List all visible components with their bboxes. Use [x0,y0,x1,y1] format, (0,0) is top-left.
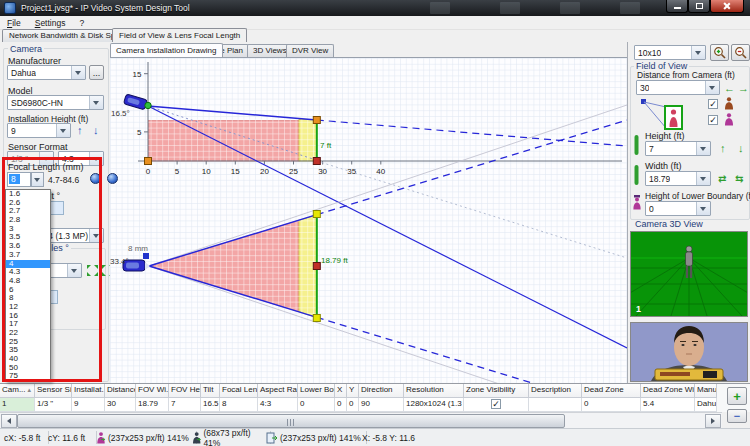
tab-field-of-view[interactable]: Field of View & Lens Focal Length [112,28,247,42]
tab-dvr-view[interactable]: DVR View [286,44,334,57]
table-header-cell[interactable]: Cam...▴ [0,384,35,398]
table-header-cell[interactable]: Distance [105,384,136,398]
table-cell[interactable]: Dahua [695,398,717,412]
width-narrow-icon[interactable]: ⇄ [718,173,726,184]
table-cell[interactable]: 7 [169,398,201,412]
table-header-cell[interactable]: Lower Bou... [298,384,335,398]
maximize-button[interactable] [688,0,710,13]
side-target-bottom-handle[interactable] [313,158,320,165]
zoom-in-button[interactable] [710,44,729,61]
raise-camera-icon[interactable]: ↑ [77,125,83,136]
lower-boundary-select[interactable]: 0 [645,201,711,216]
focal-option[interactable]: 75 [6,372,50,381]
close-button[interactable] [710,0,744,13]
side-target-top-handle[interactable] [313,117,320,124]
table-cell[interactable]: 9 [72,398,105,412]
manufacturer-more-button[interactable]: ... [89,65,104,80]
remove-camera-button[interactable]: − [727,409,747,423]
height-decrease-icon[interactable]: ↓ [738,143,744,154]
table-cell[interactable]: ✓ [464,398,529,412]
side-origin-handle[interactable] [145,158,152,165]
dropdown-arrow-icon[interactable] [67,264,81,277]
table-header-cell[interactable]: Sensor Si... [35,384,72,398]
scroll-right-button[interactable] [705,414,721,428]
scroll-left-button[interactable] [1,414,17,428]
table-cell[interactable]: 0 [582,398,641,412]
table-cell[interactable]: 5.4 [641,398,695,412]
dropdown-arrow-icon[interactable] [89,96,103,109]
dropdown-arrow-icon[interactable] [56,124,70,137]
show-person2-checkbox[interactable]: ✓ [708,115,718,125]
scale-select[interactable]: 10x10 [634,45,706,60]
table-header-cell[interactable]: Resolution [404,384,464,398]
table-header-cell[interactable]: FOV Heig... [169,384,201,398]
focal-length-input[interactable]: 8 [7,172,31,187]
plan-target-top-handle[interactable] [313,211,320,218]
distance-select[interactable]: 30 [636,80,720,95]
table-header-cell[interactable]: X [335,384,347,398]
width-widen-icon[interactable]: ⇆ [735,173,743,184]
table-cell[interactable]: 90 [359,398,404,412]
manufacturer-select[interactable]: Dahua [7,65,86,80]
focal-dropdown-button[interactable] [31,172,44,187]
camera-3d-viewport[interactable]: 1 [630,231,748,317]
table-data-row[interactable]: 11/3 "93018.79716.584:3000901280x1024 (1… [0,398,750,412]
table-header-cell[interactable]: FOV Wi... [136,384,169,398]
show-person1-checkbox[interactable]: ✓ [708,99,718,109]
plan-camera-handle[interactable] [143,253,149,259]
table-cell[interactable]: 18.79 [136,398,169,412]
table-header-cell[interactable]: Description [529,384,582,398]
table-header-cell[interactable]: Y [347,384,359,398]
menu-help[interactable]: ? [72,18,91,28]
table-header-cell[interactable]: Dead Zone [582,384,641,398]
dropdown-arrow-icon[interactable] [71,66,85,79]
table-cell[interactable]: 16.5 [201,398,220,412]
dropdown-arrow-icon[interactable] [89,229,103,242]
plan-target-bottom-handle[interactable] [313,315,320,322]
side-camera-handle[interactable] [145,102,151,108]
dropdown-arrow-icon[interactable] [89,152,103,165]
zoom-out-button[interactable] [731,44,750,61]
height-increase-icon[interactable]: ↑ [720,143,726,154]
horizontal-scrollbar[interactable] [0,412,722,428]
title-bar[interactable]: Project1.jvsg* - IP Video System Design … [0,0,750,16]
table-cell[interactable]: 30 [105,398,136,412]
table-header-cell[interactable]: Aspect Ra... [258,384,298,398]
table-header-cell[interactable]: Manuf... [695,384,717,398]
tab-camera-installation-drawing[interactable]: Camera Installation Drawing [110,43,223,57]
table-header-cell[interactable]: Zone Visibility [464,384,529,398]
menu-file[interactable]: File [0,18,28,28]
distance-increase-icon[interactable]: → [738,83,749,94]
table-cell[interactable]: 1280x1024 (1.3 MP [404,398,464,412]
table-cell[interactable]: 8 [220,398,258,412]
dropdown-arrow-icon[interactable] [705,81,719,94]
height-select[interactable]: 7 [645,141,711,156]
table-cell[interactable]: 1 [0,398,35,412]
lower-camera-icon[interactable]: ↓ [93,125,99,136]
dropdown-arrow-icon[interactable] [696,202,710,215]
scrollbar-thumb[interactable] [17,414,565,428]
installation-drawing-canvas[interactable]: 0510152025303540 51015 7 ft 16.5° [110,57,627,383]
model-select[interactable]: SD6980C-HN [7,95,104,110]
table-header-cell[interactable]: Tilt [201,384,220,398]
installation-height-select[interactable]: 9 [7,123,71,138]
dropdown-arrow-icon[interactable] [691,46,705,59]
table-header-cell[interactable]: Dead Zone Width [641,384,695,398]
minimize-button[interactable] [666,0,688,13]
table-cell[interactable]: 0 [298,398,335,412]
table-cell[interactable] [529,398,582,412]
table-cell[interactable]: 0 [335,398,347,412]
table-header-cell[interactable]: Direction [359,384,404,398]
zone-visibility-checkbox[interactable]: ✓ [491,399,501,409]
table-cell[interactable]: 0 [347,398,359,412]
focal-calc-icon[interactable] [107,173,118,184]
plan-target-center-handle[interactable] [313,263,320,270]
table-cell[interactable]: 4:3 [258,398,298,412]
add-camera-button[interactable]: + [727,387,747,405]
focal-auto-icon[interactable] [90,173,101,184]
dropdown-arrow-icon[interactable] [696,172,710,185]
table-header-cell[interactable]: Focal Len... [220,384,258,398]
dropdown-arrow-icon[interactable] [696,142,710,155]
width-select[interactable]: 18.79 [645,171,711,186]
table-header-cell[interactable]: Installat... [72,384,105,398]
